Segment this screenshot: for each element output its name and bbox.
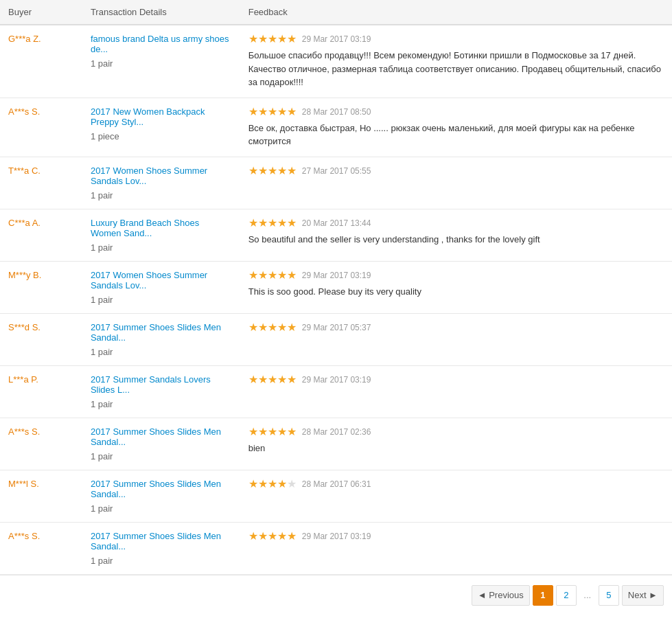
transaction-link[interactable]: 2017 Summer Shoes Slides Men Sandal...: [91, 322, 232, 343]
ellipsis: ...: [579, 585, 596, 606]
stars-row: ★★★★★20 Mar 2017 13:44: [248, 218, 664, 229]
review-date: 29 Mar 2017 03:19: [302, 271, 371, 280]
buyer-cell: A***s S.: [0, 418, 82, 470]
quantity-text: 1 pair: [91, 347, 232, 357]
star-filled: ★: [258, 374, 268, 385]
buyer-cell: A***s S.: [0, 98, 82, 157]
stars-row: ★★★★★27 Mar 2017 05:55: [248, 166, 664, 176]
star-rating: ★★★★★: [248, 479, 297, 490]
star-filled: ★: [277, 166, 287, 176]
buyer-name: S***d S.: [8, 322, 40, 332]
star-filled: ★: [268, 531, 277, 542]
star-filled: ★: [268, 270, 277, 281]
quantity-text: 1 pair: [91, 58, 232, 69]
star-rating: ★★★★★: [248, 322, 297, 333]
transaction-link[interactable]: 2017 Summer Sandals Lovers Slides L...: [91, 374, 232, 395]
previous-button[interactable]: ◄ Previous: [472, 585, 530, 606]
review-text: Большое спасибо продавцу!!! Всем рекомен…: [248, 49, 664, 89]
transaction-cell: 2017 Summer Shoes Slides Men Sandal...1 …: [82, 313, 240, 365]
page-1-button[interactable]: 1: [533, 585, 553, 606]
buyer-name: G***a Z.: [8, 34, 41, 44]
quantity-text: 1 pair: [91, 399, 232, 409]
transaction-cell: 2017 Summer Shoes Slides Men Sandal...1 …: [82, 522, 240, 574]
review-text: Все ок, доставка быстрая, Но ...... рюкз…: [248, 122, 664, 148]
transaction-link[interactable]: 2017 Women Shoes Summer Sandals Lov...: [91, 270, 232, 290]
quantity-text: 1 pair: [91, 295, 232, 305]
star-filled: ★: [248, 106, 258, 117]
star-filled: ★: [287, 426, 297, 437]
star-filled: ★: [248, 479, 258, 490]
star-filled: ★: [268, 166, 277, 176]
star-filled: ★: [248, 374, 258, 385]
transaction-link[interactable]: Luxury Brand Beach Shoes Women Sand...: [91, 218, 232, 238]
star-rating: ★★★★★: [248, 531, 297, 542]
quantity-text: 1 pair: [91, 503, 232, 514]
review-text: This is soo good. Please buy its very qu…: [248, 285, 664, 299]
feedback-cell: ★★★★★29 Mar 2017 03:19: [240, 365, 672, 418]
star-filled: ★: [287, 270, 297, 281]
star-rating: ★★★★★: [248, 34, 297, 45]
star-filled: ★: [277, 106, 287, 117]
stars-row: ★★★★★28 Mar 2017 02:36: [248, 426, 664, 437]
buyer-name: C***a A.: [8, 218, 40, 228]
star-filled: ★: [258, 34, 268, 45]
star-filled: ★: [258, 106, 268, 117]
star-filled: ★: [258, 322, 268, 333]
star-filled: ★: [268, 322, 277, 333]
page-5-button[interactable]: 5: [599, 585, 619, 606]
transaction-cell: 2017 Summer Sandals Lovers Slides L...1 …: [82, 365, 240, 418]
review-date: 28 Mar 2017 02:36: [302, 427, 371, 437]
star-filled: ★: [258, 531, 268, 542]
feedback-cell: ★★★★★28 Mar 2017 02:36bien: [240, 418, 672, 470]
stars-row: ★★★★★28 Mar 2017 08:50: [248, 106, 664, 117]
transaction-cell: 2017 Summer Shoes Slides Men Sandal...1 …: [82, 418, 240, 470]
transaction-link[interactable]: 2017 Women Shoes Summer Sandals Lov...: [91, 166, 232, 186]
star-filled: ★: [277, 34, 287, 45]
header-transaction: Transaction Details: [82, 0, 240, 25]
star-filled: ★: [277, 426, 287, 437]
star-filled: ★: [248, 270, 258, 281]
buyer-cell: T***a C.: [0, 157, 82, 209]
star-filled: ★: [287, 34, 297, 45]
star-filled: ★: [287, 322, 297, 333]
reviews-table: Buyer Transaction Details Feedback G***a…: [0, 0, 672, 575]
quantity-text: 1 pair: [91, 451, 232, 461]
quantity-text: 1 pair: [91, 190, 232, 201]
buyer-name: A***s S.: [8, 106, 40, 117]
feedback-cell: ★★★★★20 Mar 2017 13:44So beautiful and t…: [240, 209, 672, 261]
star-rating: ★★★★★: [248, 106, 297, 117]
star-filled: ★: [248, 531, 258, 542]
buyer-cell: M***l S.: [0, 470, 82, 522]
table-row: T***a C.2017 Women Shoes Summer Sandals …: [0, 157, 672, 209]
table-row: C***a A.Luxury Brand Beach Shoes Women S…: [0, 209, 672, 261]
review-date: 29 Mar 2017 03:19: [302, 34, 371, 44]
pagination: ◄ Previous 1 2 ... 5 Next ►: [0, 575, 672, 615]
page-2-button[interactable]: 2: [556, 585, 577, 606]
transaction-link[interactable]: 2017 Summer Shoes Slides Men Sandal...: [91, 479, 232, 499]
header-feedback: Feedback: [240, 0, 672, 25]
transaction-link[interactable]: famous brand Delta us army shoes de...: [91, 34, 232, 54]
buyer-cell: G***a Z.: [0, 25, 82, 98]
feedback-cell: ★★★★★29 Mar 2017 03:19This is soo good. …: [240, 261, 672, 313]
feedback-cell: ★★★★★27 Mar 2017 05:55: [240, 157, 672, 209]
review-date: 27 Mar 2017 05:55: [302, 166, 371, 176]
transaction-cell: 2017 New Women Backpack Preppy Styl...1 …: [82, 98, 240, 157]
transaction-link[interactable]: 2017 Summer Shoes Slides Men Sandal...: [91, 426, 232, 447]
star-filled: ★: [287, 218, 297, 229]
stars-row: ★★★★★29 Mar 2017 03:19: [248, 270, 664, 281]
transaction-link[interactable]: 2017 Summer Shoes Slides Men Sandal...: [91, 531, 232, 551]
transaction-link[interactable]: 2017 New Women Backpack Preppy Styl...: [91, 106, 232, 127]
transaction-cell: 2017 Women Shoes Summer Sandals Lov...1 …: [82, 157, 240, 209]
table-row: S***d S.2017 Summer Shoes Slides Men San…: [0, 313, 672, 365]
transaction-cell: 2017 Women Shoes Summer Sandals Lov...1 …: [82, 261, 240, 313]
star-filled: ★: [287, 166, 297, 176]
table-row: L***a P.2017 Summer Sandals Lovers Slide…: [0, 365, 672, 418]
buyer-name: A***s S.: [8, 426, 40, 437]
table-row: G***a Z.famous brand Delta us army shoes…: [0, 25, 672, 98]
star-filled: ★: [268, 218, 277, 229]
star-filled: ★: [258, 479, 268, 490]
next-button[interactable]: Next ►: [622, 585, 664, 606]
buyer-cell: A***s S.: [0, 522, 82, 574]
star-rating: ★★★★★: [248, 166, 297, 176]
reviews-section: Buyer Transaction Details Feedback G***a…: [0, 0, 672, 615]
